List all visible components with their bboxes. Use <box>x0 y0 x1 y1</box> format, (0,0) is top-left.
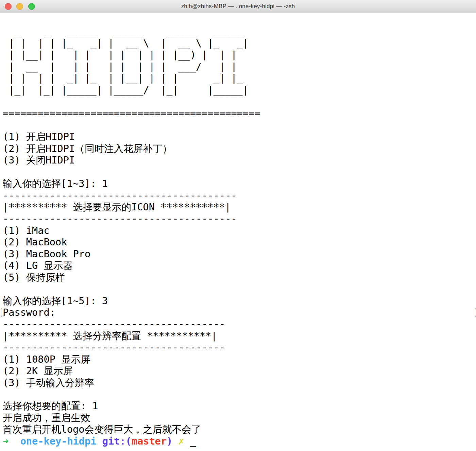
prompt-line: ➜ one-key-hidpi git:(master) ✗ _ <box>3 435 476 447</box>
terminal-line: (1) iMac <box>3 225 476 236</box>
terminal-line: ---------------------------------------- <box>3 213 476 224</box>
terminal-text: ---------------------------------------- <box>3 213 237 224</box>
terminal-text: (1) 1080P 显示屏 <box>3 353 90 365</box>
terminal-text: 开启成功，重启生效 <box>3 412 90 423</box>
terminal-line: -------------------------------------- <box>3 318 476 330</box>
terminal-line: (2) MacBook <box>3 236 476 248</box>
close-button[interactable] <box>5 3 12 10</box>
terminal-text: | __ | | | | | | | | ___/ | | <box>3 61 249 72</box>
terminal-text: | | | | |_ _| | __ \ | __ \ |_ _| <box>3 37 249 49</box>
minimize-button[interactable] <box>16 3 23 10</box>
terminal-line: ========================================… <box>3 108 476 119</box>
terminal-line: 开启成功，重启生效 <box>3 412 476 423</box>
prompt-git-prefix: git:( <box>102 435 132 447</box>
terminal-text: (3) 关闭HIDPI <box>3 154 75 166</box>
terminal-text: |********** 选择要显示的ICON ***********| <box>3 201 231 213</box>
terminal-line: (2) 开启HIDPI（同时注入花屏补丁） <box>3 143 476 154</box>
terminal-line: | |__| | | | | | | | | |__) | | | <box>3 49 476 60</box>
terminal-text: -------------------------------------- <box>3 318 225 330</box>
terminal-text: (2) MacBook <box>3 236 67 248</box>
terminal-line <box>3 96 476 107</box>
terminal-line: (3) 关闭HIDPI <box>3 154 476 166</box>
terminal-line: (1) 开启HIDPI <box>3 131 476 142</box>
prompt-git-suffix: ) <box>167 435 172 447</box>
terminal-line: (1) 1080P 显示屏 <box>3 353 476 365</box>
terminal-line: 选择你想要的配置: 1 <box>3 400 476 412</box>
prompt-directory: one-key-hidpi <box>20 435 97 447</box>
prompt-arrow-icon: ➜ <box>3 435 8 447</box>
terminal-text: 首次重启开机logo会变得巨大，之后就不会了 <box>3 423 201 435</box>
terminal-line: |********** 选择要显示的ICON ***********| <box>3 201 476 213</box>
terminal-line: (3) MacBook Pro <box>3 248 476 260</box>
terminal-line: 首次重启开机logo会变得巨大，之后就不会了 <box>3 423 476 435</box>
terminal-text: 选择你想要的配置: 1 <box>3 400 98 412</box>
terminal-text <box>184 435 190 447</box>
terminal-line: | | | | |_ _| | __ \ | __ \ |_ _| <box>3 37 476 49</box>
terminal-line: -------------------------------------- <box>3 342 476 353</box>
terminal-text: ---------------------------------------- <box>3 190 237 201</box>
terminal-text: (1) 开启HIDPI <box>3 131 75 142</box>
terminal-line <box>3 14 476 25</box>
window-title: zhih@zhihs-MBP — ..one-key-hidpi — -zsh <box>0 0 476 13</box>
terminal-text: 输入你的选择[1~5]: 3 <box>3 295 108 307</box>
terminal-line: |_| |_| |_____| |_____/ |_| |_____| <box>3 84 476 96</box>
terminal-line: ---------------------------------------- <box>3 190 476 201</box>
terminal-text: _ _ _____ _____ _____ _____ <box>3 25 249 37</box>
terminal-text: (3) 手动输入分辨率 <box>3 377 94 388</box>
terminal-line: |********** 选择分辨率配置 ***********| <box>3 330 476 342</box>
terminal-text: |_| |_| |_____| |_____/ |_| |_____| <box>3 84 249 96</box>
terminal-line: (5) 保持原样 <box>3 272 476 283</box>
terminal-text: |********** 选择分辨率配置 ***********| <box>3 330 217 342</box>
terminal-text <box>172 435 178 447</box>
terminal-text: Password: <box>3 307 55 318</box>
terminal-line <box>3 388 476 400</box>
prompt-git-branch: master <box>132 435 167 447</box>
terminal-line: (2) 2K 显示屏 <box>3 365 476 377</box>
terminal-window: zhih@zhihs-MBP — ..one-key-hidpi — -zsh … <box>0 0 476 451</box>
terminal-line <box>3 166 476 178</box>
terminal-line: (4) LG 显示器 <box>3 260 476 271</box>
terminal-line <box>3 283 476 295</box>
terminal-text: (1) iMac <box>3 225 50 236</box>
terminal-text: | |__| | | | | | | | | |__) | | | <box>3 49 249 60</box>
terminal-text: ========================================… <box>3 108 260 119</box>
terminal-screen[interactable]: _ _ _____ _____ _____ _____ | | | | |_ _… <box>0 13 476 451</box>
terminal-text: (5) 保持原样 <box>3 272 65 283</box>
terminal-text: (2) 开启HIDPI（同时注入花屏补丁） <box>3 143 172 154</box>
zoom-button[interactable] <box>28 3 35 10</box>
terminal-line: _ _ _____ _____ _____ _____ <box>3 25 476 37</box>
cursor: _ <box>190 435 196 447</box>
terminal-text <box>8 435 20 447</box>
terminal-text <box>96 435 102 447</box>
terminal-text: (3) MacBook Pro <box>3 248 90 260</box>
terminal-line: | __ | | | | | | | | ___/ | | <box>3 61 476 72</box>
terminal-text: 输入你的选择[1~3]: 1 <box>3 178 108 189</box>
command-mark-left: [ <box>0 307 3 318</box>
terminal-line: 输入你的选择[1~5]: 3 <box>3 295 476 307</box>
command-mark-right: ] <box>474 307 476 318</box>
terminal-line: (3) 手动输入分辨率 <box>3 377 476 388</box>
terminal-line <box>3 119 476 131</box>
terminal-text: | | | | _| |_ | |__| | | | _| |_ <box>3 72 249 84</box>
terminal-line: 输入你的选择[1~3]: 1 <box>3 178 476 189</box>
terminal-line: [Password:] <box>3 307 476 318</box>
titlebar[interactable]: zhih@zhihs-MBP — ..one-key-hidpi — -zsh <box>0 0 476 13</box>
terminal-text: -------------------------------------- <box>3 342 225 353</box>
terminal-text: (2) 2K 显示屏 <box>3 365 73 377</box>
terminal-line: | | | | _| |_ | |__| | | | _| |_ <box>3 72 476 84</box>
prompt-dirty-indicator-icon: ✗ <box>178 435 184 447</box>
terminal-text: (4) LG 显示器 <box>3 260 73 271</box>
